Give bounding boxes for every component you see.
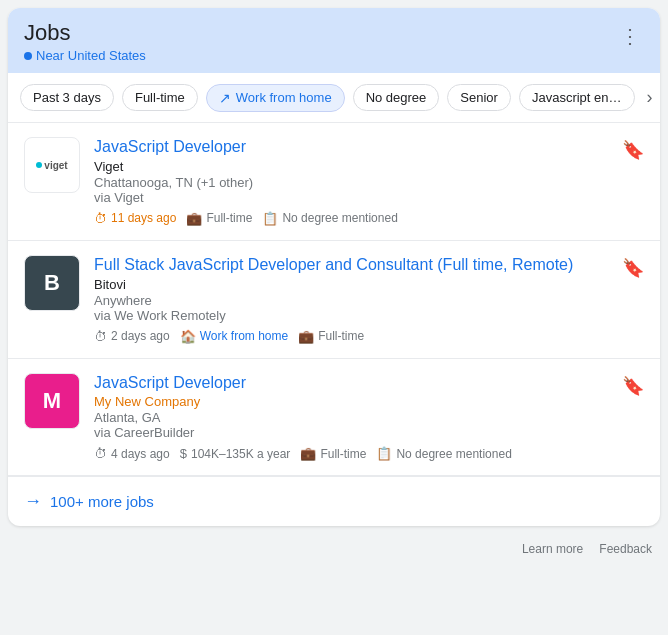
job-company-2: Bitovi <box>94 277 644 292</box>
meta-remote-2: 🏠 Work from home <box>180 329 288 344</box>
filter-nodegree-label: No degree <box>366 90 427 105</box>
job-title-2[interactable]: Full Stack JavaScript Developer and Cons… <box>94 255 644 276</box>
job-content-2: Full Stack JavaScript Developer and Cons… <box>94 255 644 344</box>
job-item-1: viget JavaScript Developer Viget Chattan… <box>8 123 660 241</box>
workfromhome-icon: ↗ <box>219 90 231 106</box>
meta-time-3: ⏱ 4 days ago <box>94 446 170 461</box>
bookmark-job-2[interactable]: 🔖 <box>618 253 648 283</box>
filter-senior-label: Senior <box>460 90 498 105</box>
meta-time-2: ⏱ 2 days ago <box>94 329 170 344</box>
job-content-1: JavaScript Developer Viget Chattanooga, … <box>94 137 644 226</box>
job-content-3: JavaScript Developer My New Company Atla… <box>94 373 644 462</box>
meta-time-1: ⏱ 11 days ago <box>94 211 176 226</box>
filter-javascript-label: Javascript en… <box>532 90 622 105</box>
job-list: viget JavaScript Developer Viget Chattan… <box>8 123 660 526</box>
job-logo-m: M <box>24 373 80 429</box>
filter-workfromhome-label: Work from home <box>236 90 332 105</box>
filter-javascript[interactable]: Javascript en… <box>519 84 635 111</box>
job-via-2: via We Work Remotely <box>94 308 644 323</box>
filter-nodegree[interactable]: No degree <box>353 84 440 111</box>
job-logo-bitovi: B <box>24 255 80 311</box>
filter-past3days[interactable]: Past 3 days <box>20 84 114 111</box>
briefcase-icon-3: 💼 <box>300 446 316 461</box>
degree-icon-3: 📋 <box>376 446 392 461</box>
bookmark-job-1[interactable]: 🔖 <box>618 135 648 165</box>
job-meta-1: ⏱ 11 days ago 💼 Full-time 📋 No degree me… <box>94 211 644 226</box>
job-logo-viget: viget <box>24 137 80 193</box>
location-dot <box>24 52 32 60</box>
home-icon-2: 🏠 <box>180 329 196 344</box>
filter-fulltime-label: Full-time <box>135 90 185 105</box>
viget-dot <box>36 162 42 168</box>
card-title: Jobs <box>24 20 146 46</box>
card-subtitle: Near United States <box>24 48 146 63</box>
filter-past3days-label: Past 3 days <box>33 90 101 105</box>
degree-icon-1: 📋 <box>262 211 278 226</box>
learn-more-link[interactable]: Learn more <box>522 542 583 556</box>
filter-senior[interactable]: Senior <box>447 84 511 111</box>
job-item-3: M JavaScript Developer My New Company At… <box>8 359 660 477</box>
job-company-1: Viget <box>94 159 644 174</box>
job-location-3: Atlanta, GA <box>94 410 644 425</box>
job-via-1: via Viget <box>94 190 644 205</box>
job-title-1[interactable]: JavaScript Developer <box>94 137 644 158</box>
job-company-3: My New Company <box>94 394 644 409</box>
feedback-link[interactable]: Feedback <box>599 542 652 556</box>
filter-bar: Past 3 days Full-time ↗ Work from home N… <box>8 73 660 123</box>
filters-scroll-right[interactable]: › <box>643 83 657 112</box>
header-left: Jobs Near United States <box>24 20 146 63</box>
job-meta-2: ⏱ 2 days ago 🏠 Work from home 💼 Full-tim… <box>94 329 644 344</box>
job-title-3[interactable]: JavaScript Developer <box>94 373 644 394</box>
viget-logo-text: viget <box>44 160 67 171</box>
meta-degree-1: 📋 No degree mentioned <box>262 211 397 226</box>
filter-workfromhome[interactable]: ↗ Work from home <box>206 84 345 112</box>
meta-salary-3: $ 104K–135K a year <box>180 446 291 461</box>
arrow-right-icon: → <box>24 491 42 512</box>
job-via-3: via CareerBuilder <box>94 425 644 440</box>
more-options-button[interactable]: ⋮ <box>616 20 644 52</box>
page-footer: Learn more Feedback <box>0 534 668 564</box>
job-meta-3: ⏱ 4 days ago $ 104K–135K a year 💼 Full-t… <box>94 446 644 461</box>
meta-type-3: 💼 Full-time <box>300 446 366 461</box>
more-jobs-label: 100+ more jobs <box>50 493 154 510</box>
location-text: Near United States <box>36 48 146 63</box>
meta-type-2: 💼 Full-time <box>298 329 364 344</box>
clock-icon-3: ⏱ <box>94 446 107 461</box>
briefcase-icon-1: 💼 <box>186 211 202 226</box>
meta-degree-3: 📋 No degree mentioned <box>376 446 511 461</box>
job-location-2: Anywhere <box>94 293 644 308</box>
filter-fulltime[interactable]: Full-time <box>122 84 198 111</box>
job-location-1: Chattanooga, TN (+1 other) <box>94 175 644 190</box>
bookmark-job-3[interactable]: 🔖 <box>618 371 648 401</box>
card-header: Jobs Near United States ⋮ <box>8 8 660 73</box>
jobs-card: Jobs Near United States ⋮ Past 3 days Fu… <box>8 8 660 526</box>
meta-type-1: 💼 Full-time <box>186 211 252 226</box>
briefcase-icon-2: 💼 <box>298 329 314 344</box>
job-item-2: B Full Stack JavaScript Developer and Co… <box>8 241 660 359</box>
more-jobs-link[interactable]: → 100+ more jobs <box>8 476 660 526</box>
clock-icon-2: ⏱ <box>94 329 107 344</box>
dollar-icon-3: $ <box>180 446 187 461</box>
clock-icon-1: ⏱ <box>94 211 107 226</box>
